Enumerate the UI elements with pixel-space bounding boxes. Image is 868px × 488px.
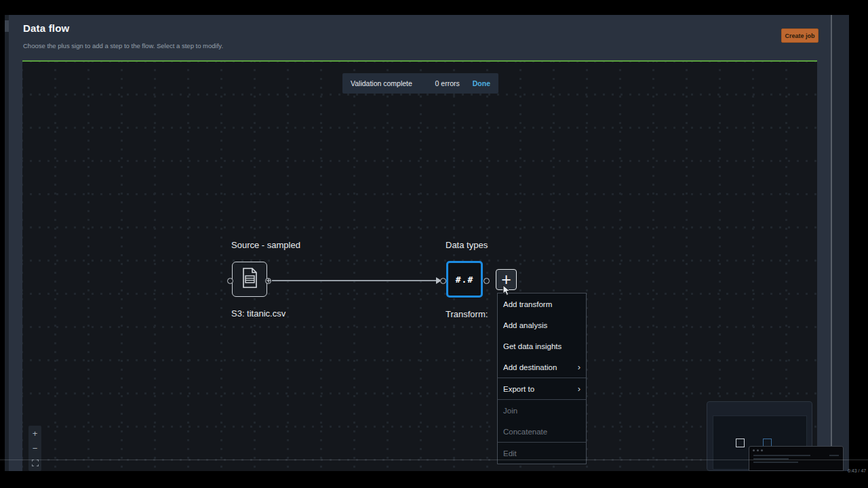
datatypes-output-port[interactable] [484, 278, 490, 284]
data-types-icon: #.# [456, 274, 473, 285]
app-window: Data flow Choose the plus sign to add a … [0, 0, 868, 488]
validation-message: Validation complete [351, 79, 412, 87]
flow-canvas[interactable] [22, 62, 817, 471]
source-node-title: Source - sampled [231, 240, 300, 250]
source-input-port[interactable] [227, 278, 233, 284]
pip-content-line [753, 462, 798, 463]
fit-view-icon [32, 460, 39, 466]
menu-item-get-data-insights[interactable]: Get data insights [498, 336, 586, 357]
validation-banner: Validation complete 0 errors Done [342, 73, 498, 94]
menu-item-label: Export to [503, 385, 534, 393]
source-output-port[interactable] [265, 278, 271, 284]
menu-item-add-analysis[interactable]: Add analysis [498, 314, 586, 336]
bottom-black-bar [0, 471, 868, 488]
datatypes-node-title: Data types [446, 240, 488, 250]
menu-item-label: Add transform [503, 300, 552, 308]
fit-view-button[interactable] [28, 455, 41, 470]
menu-item-join[interactable]: Join [498, 400, 586, 421]
menu-item-export-to[interactable]: Export to › [498, 378, 586, 399]
zoom-in-button[interactable]: + [28, 426, 41, 441]
menu-item-label: Get data insights [503, 342, 561, 350]
canvas-zoom-toolbar: + − [28, 426, 41, 471]
right-edge-strip [832, 15, 849, 471]
page-title: Data flow [23, 22, 69, 34]
csv-file-icon [241, 268, 258, 291]
menu-item-label: Add destination [503, 363, 557, 371]
menu-item-add-destination[interactable]: Add destination › [498, 357, 586, 378]
menu-item-concatenate[interactable]: Concatenate [498, 421, 586, 442]
create-job-button[interactable]: Create job [781, 28, 818, 43]
page-subtitle: Choose the plus sign to add a step to th… [23, 42, 223, 49]
pip-content-line [753, 455, 810, 456]
source-node-caption: S3: titanic.csv [231, 308, 285, 319]
menu-item-edit[interactable]: Edit [498, 443, 586, 464]
validation-error-count: 0 errors [435, 79, 460, 87]
datatypes-node-caption: Transform: [446, 309, 488, 319]
source-node[interactable] [232, 262, 267, 297]
minimap-source-node [736, 439, 745, 447]
overlay-mini-window [749, 446, 844, 471]
menu-item-label: Join [503, 407, 517, 415]
validation-done-link[interactable]: Done [473, 79, 490, 87]
zoom-out-button[interactable]: − [28, 441, 41, 455]
video-timestamp: 0:43 / 47 [848, 468, 866, 473]
flow-edge [272, 280, 437, 281]
add-step-context-menu: Add transform Add analysis Get data insi… [497, 293, 587, 464]
datatypes-input-port[interactable] [440, 278, 446, 284]
window-dots-icon [753, 449, 763, 451]
datatypes-node[interactable]: #.# [446, 261, 483, 298]
menu-item-label: Edit [503, 449, 517, 458]
menu-item-label: Concatenate [503, 428, 547, 436]
pip-content-line [829, 455, 839, 456]
submenu-chevron-icon: › [578, 384, 580, 393]
video-scrub-line [0, 460, 868, 460]
mouse-cursor-icon [502, 285, 511, 299]
menu-item-label: Add analysis [503, 321, 547, 329]
submenu-chevron-icon: › [578, 363, 580, 371]
